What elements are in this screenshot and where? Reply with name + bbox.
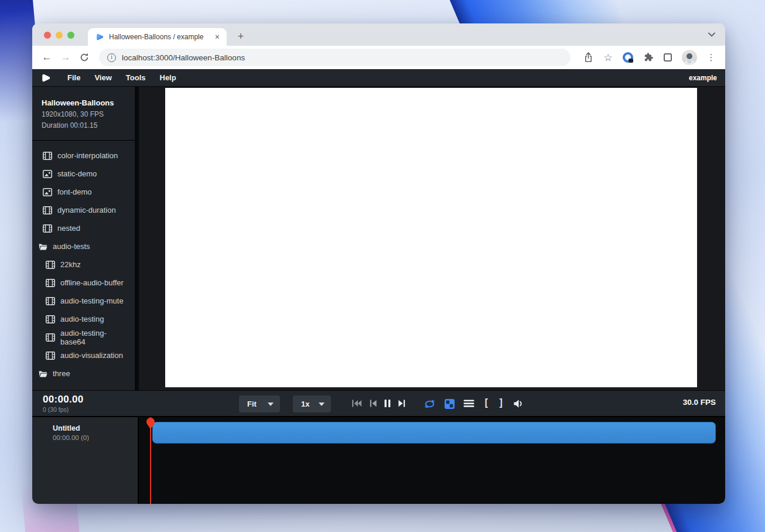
current-time: 00:00.00: [43, 394, 84, 405]
browser-tab-strip: Halloween-Balloons / example × +: [32, 23, 725, 46]
chevron-down-icon: [268, 403, 274, 406]
sidebar-item-font-demo[interactable]: font-demo: [32, 183, 135, 201]
project-meta: 1920x1080, 30 FPS: [42, 110, 125, 118]
view-tools: [ ]: [424, 397, 524, 410]
previous-frame-icon[interactable]: [369, 399, 377, 408]
film-icon: [46, 297, 55, 305]
tab-title: Halloween-Balloons / example: [109, 33, 208, 41]
in-point-icon[interactable]: [: [483, 397, 489, 409]
share-icon[interactable]: [582, 52, 594, 63]
next-frame-icon[interactable]: [398, 399, 406, 408]
studio-main: Halloween-Balloons 1920x1080, 30 FPS Dur…: [32, 87, 725, 390]
sidebar-item-22khz[interactable]: 22khz: [32, 255, 135, 274]
timeline-track-bar[interactable]: [152, 422, 716, 444]
window-controls: [44, 32, 74, 39]
profile-avatar[interactable]: [682, 50, 697, 65]
film-icon: [46, 279, 55, 287]
desktop-wallpaper: Halloween-Balloons / example × + ← → i l…: [0, 0, 765, 532]
compositions-sidebar: Halloween-Balloons 1920x1080, 30 FPS Dur…: [32, 87, 135, 390]
zoom-window-button[interactable]: [67, 32, 74, 39]
sidebar-composition-list: color-interpolation static-demo font-dem…: [32, 141, 135, 383]
adblock-extension-icon[interactable]: [622, 52, 634, 63]
new-tab-button[interactable]: +: [234, 30, 248, 43]
current-frame-info: 0 (30 fps): [43, 406, 84, 413]
folder-open-icon: [38, 370, 47, 378]
speed-dropdown[interactable]: 1x: [293, 395, 331, 412]
tab-close-icon[interactable]: ×: [213, 32, 222, 42]
menu-tools[interactable]: Tools: [119, 73, 153, 82]
project-info: Halloween-Balloons 1920x1080, 30 FPS Dur…: [32, 87, 135, 141]
loop-toggle-icon[interactable]: [424, 399, 436, 408]
film-icon: [46, 352, 55, 360]
playhead-marker-icon[interactable]: [146, 418, 155, 429]
studio-menubar: File View Tools Help example: [32, 69, 725, 87]
volume-icon[interactable]: [513, 399, 524, 408]
size-value: Fit: [247, 400, 257, 408]
browser-window: Halloween-Balloons / example × + ← → i l…: [32, 23, 725, 504]
timeline-rows-icon[interactable]: [463, 399, 474, 408]
fps-counter: 30.0 FPS: [683, 398, 716, 407]
timeline-track-header[interactable]: Untitled 00:00.00 (0): [32, 417, 139, 504]
browser-tab[interactable]: Halloween-Balloons / example ×: [88, 28, 227, 46]
sidebar-item-static-demo[interactable]: static-demo: [32, 165, 135, 183]
bookmark-star-icon[interactable]: ☆: [602, 52, 614, 63]
film-icon: [46, 315, 55, 323]
sidebar-folder-three[interactable]: three: [32, 364, 135, 383]
remotion-logo-icon[interactable]: [40, 73, 51, 83]
film-icon: [46, 261, 55, 269]
sidebar-item-audio-testing-base64[interactable]: audio-testing-base64: [32, 328, 135, 346]
transport-controls: [351, 399, 406, 408]
forward-icon[interactable]: →: [58, 50, 73, 65]
side-panel-icon[interactable]: [662, 52, 674, 63]
minimize-window-button[interactable]: [56, 32, 63, 39]
sidebar-item-nested[interactable]: nested: [32, 219, 135, 237]
film-icon: [43, 152, 52, 160]
playhead-line[interactable]: [150, 417, 151, 504]
still-icon: [43, 188, 52, 196]
reload-icon[interactable]: [77, 50, 92, 65]
close-window-button[interactable]: [44, 32, 51, 39]
folder-open-icon: [38, 243, 47, 251]
sidebar-item-audio-testing-mute[interactable]: audio-testing-mute: [32, 292, 135, 310]
menu-file[interactable]: File: [60, 73, 87, 82]
size-dropdown[interactable]: Fit: [239, 395, 280, 412]
tab-search-chevron-icon[interactable]: [708, 32, 716, 37]
url-text: localhost:3000/Halloween-Balloons: [122, 53, 245, 62]
sidebar-item-offline-audio-buffer[interactable]: offline-audio-buffer: [32, 274, 135, 292]
workspace-label: example: [689, 74, 717, 82]
menu-view[interactable]: View: [87, 73, 118, 82]
speed-value: 1x: [301, 400, 309, 408]
address-bar[interactable]: i localhost:3000/Halloween-Balloons: [99, 49, 571, 66]
pause-icon[interactable]: [384, 399, 391, 408]
film-icon: [43, 206, 52, 214]
timeline-canvas[interactable]: [139, 417, 725, 504]
track-name: Untitled: [53, 424, 138, 432]
film-icon: [46, 333, 55, 342]
browser-menu-icon[interactable]: ⋮: [705, 52, 717, 63]
preview-area: [139, 87, 725, 390]
sidebar-divider[interactable]: [135, 87, 139, 390]
playback-controls-bar: 00:00.00 0 (30 fps) Fit 1x: [32, 390, 725, 416]
project-name: Halloween-Balloons: [42, 98, 125, 107]
out-point-icon[interactable]: ]: [498, 397, 504, 409]
toolbar-actions: ☆ ⋮: [578, 50, 718, 65]
timeline-panel: Untitled 00:00.00 (0): [32, 416, 725, 504]
video-preview-canvas[interactable]: [165, 88, 697, 387]
sidebar-item-dynamic-duration[interactable]: dynamic-duration: [32, 201, 135, 219]
sidebar-folder-audio-tests[interactable]: audio-tests: [32, 237, 135, 255]
sidebar-item-audio-visualization[interactable]: audio-visualization: [32, 346, 135, 364]
back-icon[interactable]: ←: [39, 50, 54, 65]
site-info-icon[interactable]: i: [107, 53, 116, 62]
track-info: 00:00.00 (0): [53, 434, 138, 441]
extensions-puzzle-icon[interactable]: [642, 52, 654, 63]
sidebar-item-color-interpolation[interactable]: color-interpolation: [32, 146, 135, 165]
still-icon: [43, 170, 52, 178]
remotion-favicon: [95, 32, 104, 42]
jump-to-start-icon[interactable]: [351, 399, 363, 408]
timecode-display: 00:00.00 0 (30 fps): [43, 394, 84, 413]
film-icon: [43, 224, 52, 233]
sidebar-item-audio-testing[interactable]: audio-testing: [32, 310, 135, 328]
menu-help[interactable]: Help: [153, 73, 183, 82]
project-duration: Duration 00:01.15: [42, 121, 125, 129]
transparency-checkerboard-icon[interactable]: [445, 399, 455, 408]
